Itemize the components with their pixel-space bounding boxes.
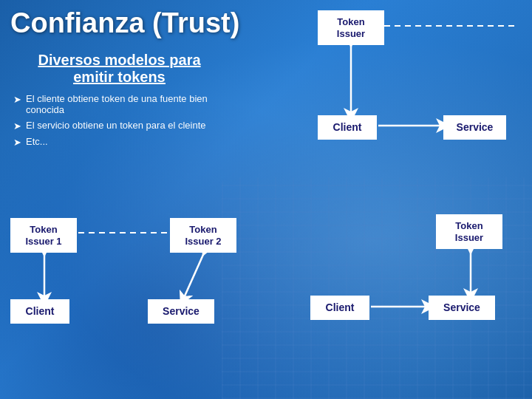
page-title: Confianza (Trust) <box>10 7 239 39</box>
box-token-issuer-top: TokenIssuer <box>318 10 384 45</box>
token-issuer-2-label: TokenIssuer 2 <box>185 224 221 247</box>
bullet-2: ➤ El servicio obtiene un token para el c… <box>10 120 228 132</box>
box-client-br: Client <box>310 296 369 320</box>
bullet-1: ➤ El cliente obtiene token de una fuente… <box>10 93 228 115</box>
service-top-label: Service <box>457 121 494 133</box>
box-client-bl: Client <box>10 299 69 324</box>
box-client-top: Client <box>318 115 377 140</box>
left-panel: Diversos modelos para emitir tokens ➤ El… <box>10 52 228 152</box>
subtitle: Diversos modelos para emitir tokens <box>10 52 228 86</box>
bullet-arrow-3: ➤ <box>13 137 21 148</box>
token-issuer-1-label: TokenIssuer 1 <box>25 224 61 247</box>
box-service-top: Service <box>443 115 506 140</box>
bullet-text-3: Etc... <box>26 136 48 147</box>
service-br-label: Service <box>443 301 480 313</box>
bullet-text-1: El cliente obtiene token de una fuente b… <box>26 93 228 115</box>
bullet-arrow-1: ➤ <box>13 94 21 105</box>
main-content: Confianza (Trust) Diversos modelos para … <box>0 0 532 399</box>
client-br-label: Client <box>326 301 355 313</box>
bullet-arrow-2: ➤ <box>13 120 21 132</box>
bullet-3: ➤ Etc... <box>10 136 228 148</box>
box-service-bc: Service <box>148 299 214 324</box>
client-bl-label: Client <box>26 305 55 317</box>
service-bc-label: Service <box>163 305 200 317</box>
svg-line-7 <box>183 250 205 299</box>
token-issuer-top-label: TokenIssuer <box>337 16 365 39</box>
bullet-text-2: El servicio obtiene un token para el cle… <box>26 120 206 131</box>
box-service-br: Service <box>429 296 495 320</box>
subtitle-line1: Diversos modelos para <box>38 52 200 68</box>
subtitle-line2: emitir tokens <box>73 69 165 85</box>
client-top-label: Client <box>333 121 362 133</box>
box-token-issuer-2: TokenIssuer 2 <box>170 218 236 253</box>
token-issuer-br-label: TokenIssuer <box>455 220 483 243</box>
box-token-issuer-1: TokenIssuer 1 <box>10 218 77 253</box>
box-token-issuer-br: TokenIssuer <box>436 214 502 249</box>
